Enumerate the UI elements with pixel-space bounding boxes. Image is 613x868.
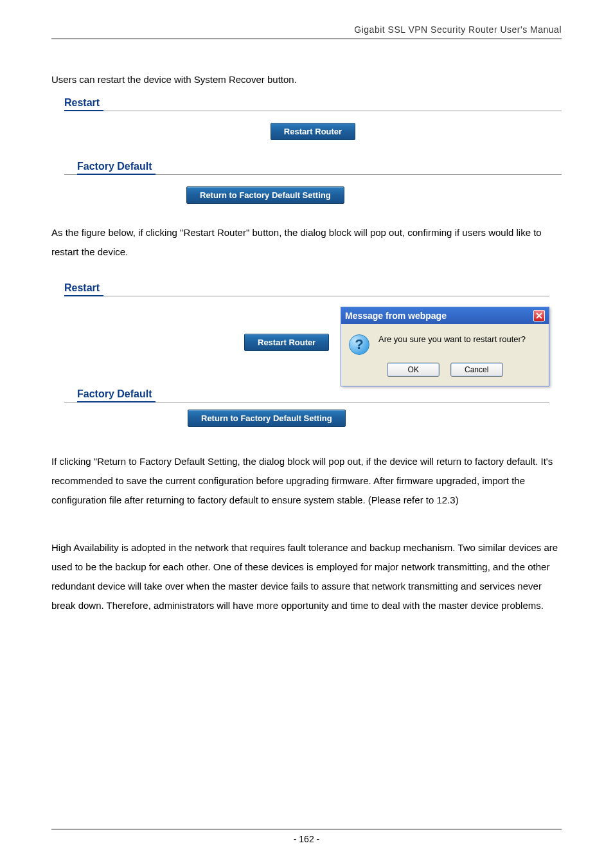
cancel-button[interactable]: Cancel	[450, 363, 503, 377]
factory-button-row: Return to Factory Default Setting	[186, 186, 562, 204]
restart-title-row: Restart	[64, 96, 562, 111]
factory-title-row-2: Factory Default	[64, 387, 549, 402]
confirm-dialog: Message from webpage ? Are you sure you …	[341, 307, 549, 386]
header-rule	[51, 39, 562, 39]
dialog-titlebar: Message from webpage	[341, 307, 549, 324]
factory-default-heading: Factory Default	[77, 159, 155, 175]
page-number: - 162 -	[294, 834, 319, 844]
close-icon[interactable]	[533, 310, 545, 321]
restart-heading: Restart	[64, 96, 103, 111]
factory-default-heading-2: Factory Default	[77, 387, 155, 402]
return-factory-button[interactable]: Return to Factory Default Setting	[186, 186, 344, 204]
para-restart-confirm: As the figure below, if clicking "Restar…	[51, 223, 562, 262]
dialog-title: Message from webpage	[345, 311, 447, 321]
restart-heading-2: Restart	[64, 281, 103, 296]
question-icon: ?	[349, 334, 369, 355]
restart-router-button[interactable]: Restart Router	[271, 123, 355, 140]
para-high-availability: High Availability is adopted in the netw…	[51, 538, 562, 615]
return-factory-button-2[interactable]: Return to Factory Default Setting	[188, 410, 346, 427]
restart-title-row-2: Restart	[64, 281, 549, 296]
ok-button[interactable]: OK	[387, 363, 440, 377]
figure-restart-factory: Restart Restart Router Factory Default R…	[64, 96, 562, 204]
page-footer: - 162 -	[51, 829, 562, 845]
para-factory-default: If clicking "Return to Factory Default S…	[51, 452, 562, 510]
doc-header: Gigabit SSL VPN Security Router User's M…	[51, 24, 562, 39]
intro-text: Users can restart the device with System…	[51, 70, 562, 89]
figure-restart-dialog: Restart Restart Router Factory Default R…	[64, 281, 562, 422]
footer-rule	[51, 829, 562, 829]
factory-title-row: Factory Default	[64, 159, 562, 175]
dialog-message: Are you sure you want to restart router?	[378, 334, 526, 344]
restart-router-button-2[interactable]: Restart Router	[244, 334, 329, 351]
